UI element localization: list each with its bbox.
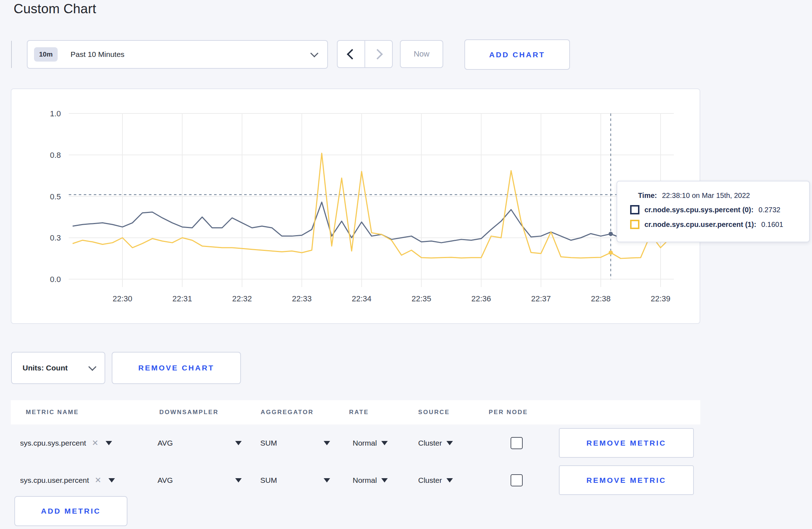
series-user-legend-icon [630,220,639,229]
metrics-table-header: METRIC NAME DOWNSAMPLER AGGREGATOR RATE … [11,400,700,424]
aggregator-select[interactable]: SUM [260,476,330,485]
tooltip-series-value: 0.2732 [759,206,780,214]
chart-card: 0.00.30.50.81.022:3022:3122:3222:3322:34… [11,88,700,324]
tooltip-time-value: 22:38:10 on Mar 15th, 2022 [662,191,750,200]
remove-metric-button[interactable]: REMOVE METRIC [559,465,694,495]
timescale-label: Past 10 Minutes [71,50,311,59]
rate-value: Normal [353,439,377,447]
y-axis-label: 0.5 [50,192,61,201]
metric-name-value[interactable]: sys.cpu.user.percent [20,476,89,485]
source-select[interactable]: Cluster [418,439,453,447]
remove-chart-button[interactable]: REMOVE CHART [112,352,241,384]
aggregator-value: SUM [260,476,277,485]
prev-time-button[interactable] [338,41,364,67]
rate-value: Normal [353,476,377,485]
column-header-metric-name: METRIC NAME [26,409,79,416]
rate-select[interactable]: Normal [353,439,388,447]
clear-metric-icon[interactable]: ✕ [95,476,101,485]
section-divider [11,41,12,68]
metric-dropdown-caret-icon[interactable] [106,441,112,445]
units-label: Units: Count [23,364,68,372]
cpu-usage-chart[interactable]: 0.00.30.50.81.022:3022:3122:3222:3322:34… [11,89,701,325]
series-line-cr.node.sys.cpu.user.percent [73,153,671,258]
chart-tooltip: Time: 22:38:10 on Mar 15th, 2022 cr.node… [617,181,810,242]
now-button[interactable]: Now [400,40,443,68]
caret-down-icon [235,478,242,482]
x-axis-label: 22:34 [352,294,371,303]
downsampler-select[interactable]: AVG [158,439,242,447]
timescale-dropdown[interactable]: 10m Past 10 Minutes [27,40,328,69]
x-axis-label: 22:36 [471,294,491,303]
hover-point [609,232,613,236]
remove-metric-button[interactable]: REMOVE METRIC [559,428,694,458]
tooltip-series-value: 0.1601 [761,220,783,229]
column-header-rate: RATE [349,409,369,416]
metric-dropdown-caret-icon[interactable] [108,478,115,482]
tooltip-series-label: cr.node.sys.cpu.sys.percent (0): [644,206,754,214]
y-axis-label: 0.8 [50,151,61,160]
source-value: Cluster [418,439,442,447]
add-chart-button[interactable]: ADD CHART [464,39,570,70]
y-axis-label: 1.0 [50,109,61,118]
tooltip-time-label: Time: [638,191,657,200]
y-axis-label: 0.3 [50,233,61,242]
series-sys-legend-icon [630,205,639,214]
downsampler-value: AVG [158,476,173,485]
per-node-checkbox[interactable] [511,474,523,486]
column-header-source: SOURCE [418,409,450,416]
caret-down-icon [381,478,388,482]
tooltip-series-label: cr.node.sys.cpu.user.percent (1): [644,220,756,229]
metric-name-value[interactable]: sys.cpu.sys.percent [20,439,86,447]
per-node-checkbox[interactable] [511,437,523,449]
downsampler-value: AVG [158,439,173,447]
chevron-down-icon [88,363,97,371]
caret-down-icon [324,441,330,445]
source-select[interactable]: Cluster [418,476,453,485]
downsampler-select[interactable]: AVG [158,476,242,485]
x-axis-label: 22:38 [591,294,610,303]
x-axis-label: 22:33 [292,294,311,303]
custom-chart-page: { "page": { "title": "Custom Chart" }, "… [0,0,812,529]
metric-row: sys.cpu.sys.percent ✕ AVG SUM Normal Clu… [11,424,700,462]
column-header-aggregator: AGGREGATOR [261,409,314,416]
series-line-cr.node.sys.cpu.sys.percent [73,202,671,243]
chevron-left-icon [347,49,358,59]
aggregator-select[interactable]: SUM [260,439,330,447]
x-axis-label: 22:37 [531,294,551,303]
column-header-downsampler: DOWNSAMPLER [159,409,219,416]
caret-down-icon [446,441,453,445]
rate-select[interactable]: Normal [353,476,388,485]
x-axis-label: 22:32 [232,294,252,303]
units-dropdown[interactable]: Units: Count [11,352,105,384]
x-axis-label: 22:39 [651,294,670,303]
timescale-badge: 10m [34,47,58,62]
metric-row: sys.cpu.user.percent ✕ AVG SUM Normal Cl… [11,462,700,499]
chevron-right-icon [372,49,383,59]
y-axis-label: 0.0 [50,275,61,284]
clear-metric-icon[interactable]: ✕ [92,438,98,448]
caret-down-icon [381,441,388,445]
hover-point [609,251,613,255]
x-axis-label: 22:35 [411,294,431,303]
next-time-button[interactable] [364,41,392,67]
caret-down-icon [235,441,242,445]
x-axis-label: 22:31 [172,294,192,303]
source-value: Cluster [418,476,442,485]
aggregator-value: SUM [260,439,277,447]
x-axis-label: 22:30 [112,294,132,303]
time-pager [337,40,393,68]
caret-down-icon [446,478,453,482]
column-header-per-node: PER NODE [489,409,528,416]
caret-down-icon [324,478,330,482]
add-metric-button[interactable]: ADD METRIC [14,496,127,526]
page-title: Custom Chart [14,1,96,16]
chevron-down-icon [310,49,319,58]
